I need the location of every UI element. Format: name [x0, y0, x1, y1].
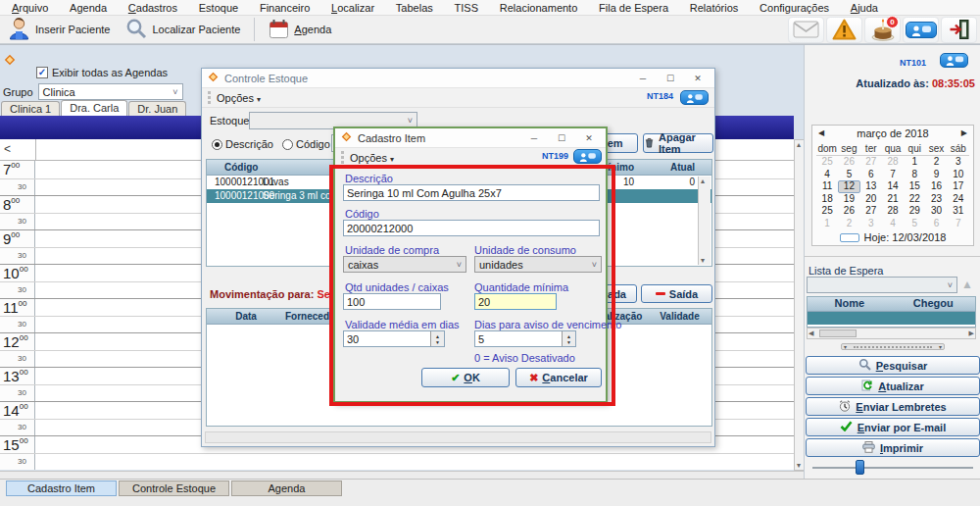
menu-item-relatórios[interactable]: Relatórios	[686, 2, 743, 14]
calendar-day[interactable]: 9	[925, 169, 947, 181]
taskbar-tab-controle-estoque[interactable]: Controle Estoque	[119, 481, 229, 496]
calendar-day[interactable]: 16	[925, 180, 947, 193]
calendar-day[interactable]: 5	[838, 169, 859, 181]
calendar-day[interactable]: 8	[904, 169, 925, 181]
calendar-day[interactable]: 29	[904, 205, 925, 218]
calendar-day[interactable]: 7	[882, 169, 904, 181]
calendar-day[interactable]: 2	[838, 218, 859, 230]
calendar-day[interactable]: 26	[838, 156, 859, 169]
scroll-right-icon[interactable]: ▶	[969, 329, 974, 337]
chat-button[interactable]	[903, 17, 939, 43]
calendar-day[interactable]: 27	[860, 205, 882, 218]
calendar-day[interactable]: 14	[882, 180, 904, 193]
agenda-tab[interactable]: Clinica 1	[1, 101, 60, 116]
stock-window-titlebar[interactable]: Controle Estoque ─ ☐ ✕	[202, 69, 714, 88]
calendar-day[interactable]: 17	[948, 180, 969, 193]
search-side-button[interactable]: Pesquisar	[806, 356, 980, 375]
group-select[interactable]: Clinica ˅	[38, 83, 183, 100]
zoom-slider-handle[interactable]	[856, 460, 864, 475]
stock-table-scrollbar[interactable]: ▴ ▾	[698, 177, 710, 265]
exit-movement-button[interactable]: Saída	[641, 284, 712, 303]
alerts-button[interactable]	[826, 17, 862, 43]
menu-item-tabelas[interactable]: Tabelas	[392, 2, 437, 14]
show-all-agendas-checkbox[interactable]: ✓ Exibir todas as Agendas	[36, 67, 168, 78]
waiting-list-select[interactable]: ˅	[807, 277, 957, 293]
menu-item-relacionamento[interactable]: Relacionamento	[496, 2, 582, 14]
calendar-day[interactable]: 19	[838, 193, 859, 206]
calendar-day[interactable]: 12	[838, 180, 859, 193]
menu-item-financeiro[interactable]: Financeiro	[256, 2, 314, 14]
scroll-down-icon[interactable]: ▾	[701, 256, 705, 265]
menu-item-localizar[interactable]: Localizar	[327, 2, 378, 14]
calendar-day[interactable]: 20	[860, 193, 882, 206]
minimize-button[interactable]: ─	[523, 133, 545, 143]
calendar-day[interactable]: 6	[925, 218, 947, 230]
time-slot[interactable]: 30	[0, 453, 794, 471]
taskbar-tab-agenda[interactable]: Agenda	[231, 481, 342, 496]
menu-item-estoque[interactable]: Estoque	[195, 2, 242, 14]
calendar-day[interactable]: 5	[904, 218, 925, 230]
calendar-day[interactable]: 25	[816, 156, 838, 169]
menu-item-cadastros[interactable]: Cadastros	[124, 2, 181, 14]
calendar-day[interactable]: 10	[948, 169, 969, 181]
close-button[interactable]: ✕	[578, 133, 600, 143]
calendar-day[interactable]: 15	[904, 180, 925, 193]
minimize-button[interactable]: ─	[632, 74, 654, 83]
radio-description[interactable]: Descrição	[212, 138, 273, 150]
chat-icon[interactable]	[680, 90, 709, 105]
calendar-day[interactable]: 2	[925, 156, 947, 169]
birthdays-button[interactable]: 0	[864, 17, 901, 43]
calendar-day[interactable]: 28	[882, 156, 904, 169]
calendar-day[interactable]: 13	[860, 180, 882, 193]
prev-month-icon[interactable]: ◀	[818, 128, 824, 137]
calendar-day[interactable]: 24	[948, 193, 969, 206]
calendar-day[interactable]: 1	[816, 218, 838, 230]
scroll-up-icon[interactable]: ▴	[701, 177, 705, 185]
calendar-day[interactable]: 31	[948, 205, 969, 218]
next-month-icon[interactable]: ▶	[961, 128, 967, 137]
options-menu[interactable]: Opções ▾	[350, 152, 394, 164]
item-dialog-titlebar[interactable]: Cadastro Item ─ ☐ ✕	[335, 128, 606, 148]
print-side-button[interactable]: Imprimir	[806, 438, 980, 457]
refresh-side-button[interactable]: Atualizar	[806, 377, 980, 395]
calendar-day[interactable]: 23	[925, 193, 947, 206]
menu-item-fila-de-espera[interactable]: Fila de Espera	[595, 2, 672, 14]
chat-icon[interactable]	[573, 149, 602, 164]
calendar-day[interactable]: 25	[816, 205, 838, 218]
menu-item-configurações[interactable]: Configurações	[756, 2, 833, 14]
calendar-day[interactable]: 3	[860, 218, 882, 230]
calendar-day[interactable]: 11	[816, 180, 838, 193]
check-side-button[interactable]: Enviar por E-mail	[806, 418, 980, 436]
scroll-left-icon[interactable]: ◀	[808, 329, 813, 337]
calendar-day[interactable]: 27	[860, 156, 882, 169]
chat-icon[interactable]	[940, 53, 968, 68]
menu-item-arquivo[interactable]: Arquivo	[8, 2, 52, 14]
mail-button[interactable]	[788, 17, 824, 43]
calendar-day[interactable]: 18	[816, 193, 838, 206]
zoom-slider-track[interactable]	[812, 467, 973, 469]
collapse-triangle-icon[interactable]: ▲	[961, 278, 973, 291]
calendar-day[interactable]: 6	[860, 169, 882, 181]
waiting-list-row[interactable]	[808, 312, 975, 325]
agenda-tab[interactable]: Dra. Carla	[61, 100, 127, 116]
scroll-up-icon[interactable]: ▴	[797, 140, 801, 149]
options-menu[interactable]: Opções ▾	[217, 92, 261, 104]
find-patient-button[interactable]: Localizar Paciente	[118, 17, 248, 42]
scrollbar-thumb[interactable]	[819, 329, 857, 337]
scroll-down-icon[interactable]: ▾	[797, 461, 801, 470]
insert-patient-button[interactable]: Inserir Paciente	[0, 17, 118, 42]
close-button[interactable]: ✕	[687, 74, 709, 83]
exit-button[interactable]	[941, 17, 977, 43]
calendar-day[interactable]: 3	[948, 156, 969, 169]
calendar-day[interactable]: 22	[904, 193, 925, 206]
menu-item-agenda[interactable]: Agenda	[66, 2, 111, 14]
maximize-button[interactable]: ☐	[660, 74, 681, 83]
delete-item-button[interactable]: Apagar Item	[643, 133, 713, 153]
clock-side-button[interactable]: Enviar Lembretes	[806, 397, 980, 416]
maximize-button[interactable]: ☐	[551, 133, 572, 143]
scroll-left-button[interactable]: <	[4, 142, 11, 156]
waiting-list-scrollbar[interactable]: ◀ ▶	[807, 328, 976, 339]
panel-splitter-handle[interactable]: ▾▾	[841, 343, 945, 350]
calendar-day[interactable]: 28	[882, 205, 904, 218]
calendar-day[interactable]: 21	[882, 193, 904, 206]
